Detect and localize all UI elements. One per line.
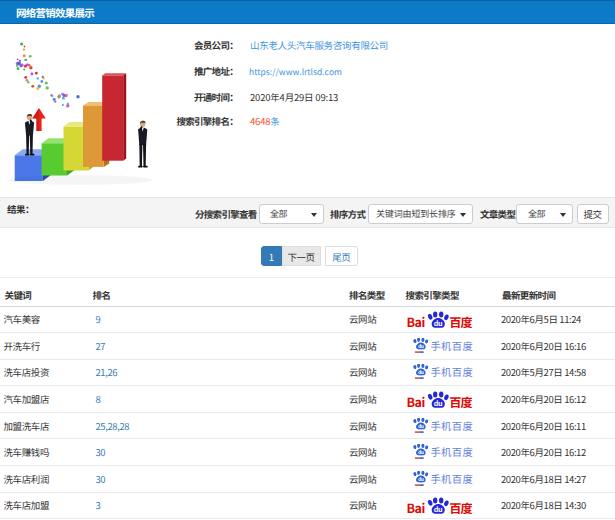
svg-text:du: du [417,449,423,456]
svg-text:du: du [417,475,423,482]
svg-text:Bai: Bai [407,392,425,408]
svg-text:手机百度: 手机百度 [430,418,473,433]
svg-text:手机百度: 手机百度 [430,471,473,486]
svg-text:百度: 百度 [449,393,472,408]
svg-text:du: du [417,369,423,376]
svg-text:du: du [434,318,443,328]
svg-text:百度: 百度 [449,313,472,328]
svg-text:手机百度: 手机百度 [430,444,473,459]
svg-text:手机百度: 手机百度 [430,338,473,353]
svg-text:百度: 百度 [449,499,472,514]
svg-text:Bai: Bai [407,312,425,328]
svg-text:du: du [434,505,443,515]
svg-text:Bai: Bai [407,498,425,514]
svg-text:du: du [417,342,423,349]
svg-text:du: du [417,422,423,429]
svg-text:手机百度: 手机百度 [430,364,473,379]
svg-text:du: du [434,398,443,408]
